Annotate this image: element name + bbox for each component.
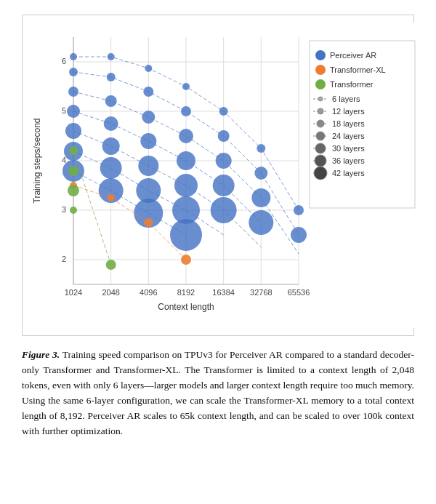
svg-text:4096: 4096 [140, 288, 157, 297]
svg-text:Training steps/second: Training steps/second [32, 119, 42, 204]
svg-point-59 [211, 197, 237, 223]
svg-point-47 [216, 153, 232, 169]
figure-label: Figure 3. [22, 349, 60, 360]
svg-point-80 [315, 65, 326, 75]
svg-point-61 [100, 157, 122, 179]
svg-point-54 [249, 210, 273, 235]
svg-point-36 [69, 68, 78, 76]
svg-point-43 [68, 87, 78, 97]
svg-text:42 layers: 42 layers [332, 169, 365, 177]
svg-point-34 [257, 144, 265, 153]
svg-text:5: 5 [62, 106, 66, 115]
svg-point-85 [318, 97, 323, 101]
svg-point-52 [177, 151, 195, 170]
page: .gridline { stroke: #ddd; stroke-width: … [0, 0, 436, 454]
svg-point-94 [316, 132, 325, 140]
svg-point-97 [315, 143, 326, 153]
svg-point-76 [106, 260, 116, 270]
svg-text:Transformer-XL: Transformer-XL [330, 65, 386, 74]
svg-point-53 [213, 175, 235, 196]
svg-point-38 [143, 87, 153, 97]
svg-text:3: 3 [62, 205, 66, 214]
svg-point-78 [315, 50, 326, 60]
svg-point-75 [70, 207, 77, 214]
chart-svg: .gridline { stroke: #ddd; stroke-width: … [30, 23, 422, 328]
svg-text:2048: 2048 [102, 288, 119, 297]
svg-text:36 layers: 36 layers [332, 156, 365, 165]
svg-point-29 [70, 53, 77, 60]
svg-text:6: 6 [62, 57, 66, 65]
caption-text: Training speed comparison on TPUv3 for P… [22, 349, 414, 436]
svg-point-71 [181, 255, 191, 265]
figure-caption: Figure 3. Training speed comparison on T… [22, 348, 414, 439]
svg-text:12 layers: 12 layers [332, 107, 365, 116]
svg-text:65536: 65536 [288, 288, 310, 297]
svg-point-55 [65, 123, 81, 139]
svg-point-91 [317, 120, 324, 127]
svg-point-51 [140, 133, 156, 149]
svg-point-31 [145, 65, 152, 72]
svg-point-56 [102, 137, 120, 155]
svg-point-32 [182, 83, 190, 90]
svg-text:32768: 32768 [250, 288, 272, 297]
svg-point-37 [107, 73, 116, 81]
svg-point-69 [108, 194, 115, 201]
svg-point-57 [138, 156, 158, 176]
svg-point-88 [318, 108, 323, 114]
svg-point-46 [179, 129, 193, 143]
svg-text:18 layers: 18 layers [332, 119, 365, 128]
svg-point-39 [181, 106, 191, 116]
svg-text:4: 4 [62, 156, 66, 164]
svg-text:30 layers: 30 layers [332, 144, 365, 153]
svg-point-44 [105, 95, 117, 107]
svg-point-30 [108, 53, 115, 60]
svg-text:1024: 1024 [65, 288, 82, 297]
svg-text:Transformer: Transformer [330, 80, 374, 89]
svg-point-48 [251, 188, 270, 207]
svg-text:16384: 16384 [212, 288, 235, 297]
svg-point-49 [67, 105, 80, 118]
svg-point-70 [144, 218, 153, 227]
svg-point-103 [314, 167, 327, 180]
svg-text:8192: 8192 [177, 288, 195, 297]
svg-point-40 [218, 130, 230, 142]
svg-point-73 [68, 166, 78, 176]
svg-point-74 [68, 185, 79, 196]
chart-container: .gridline { stroke: #ddd; stroke-width: … [22, 15, 414, 336]
svg-point-50 [104, 116, 118, 131]
svg-point-33 [219, 107, 228, 116]
svg-point-72 [69, 146, 78, 155]
svg-text:Context length: Context length [158, 302, 214, 312]
svg-text:6 layers: 6 layers [332, 95, 360, 103]
svg-point-67 [170, 219, 202, 251]
svg-point-100 [315, 155, 326, 167]
svg-text:Perceiver AR: Perceiver AR [330, 51, 376, 60]
svg-point-42 [291, 227, 307, 243]
svg-point-41 [254, 167, 267, 180]
svg-point-58 [174, 174, 198, 197]
svg-point-82 [315, 79, 326, 89]
svg-point-45 [142, 111, 155, 124]
svg-text:24 layers: 24 layers [332, 132, 365, 140]
svg-text:2: 2 [62, 255, 66, 263]
svg-point-35 [294, 205, 304, 215]
